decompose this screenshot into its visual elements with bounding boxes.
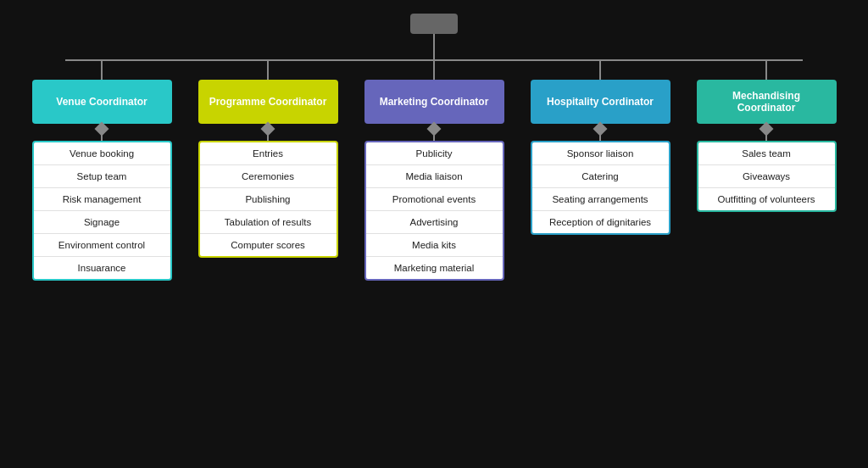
sub-item: Entries: [200, 142, 337, 165]
sub-item: Risk management: [34, 188, 170, 211]
sub-box-marketing: PublicityMedia liaisonPromotional events…: [364, 141, 504, 281]
sub-item: Computer scores: [200, 234, 337, 256]
vline-top-merchandising: [765, 61, 767, 80]
org-chart: Venue CoordinatorVenue bookingSetup team…: [6, 5, 862, 463]
vline-top-hospitality: [599, 61, 601, 80]
sub-item: Ceremonies: [200, 165, 337, 188]
sub-item: Signage: [34, 211, 170, 234]
connector-venue: [95, 122, 109, 136]
coord-box-merchandising: Mechandising Coordinator: [697, 80, 837, 124]
column-merchandising: Mechandising CoordinatorSales teamGiveaw…: [686, 61, 847, 212]
coord-box-marketing: Marketing Coordinator: [364, 80, 504, 124]
sub-item: Seating arrangements: [532, 188, 669, 211]
connector-hospitality: [593, 122, 608, 136]
sub-item: Media kits: [366, 234, 503, 257]
connector-programme: [261, 122, 275, 136]
sub-item: Reception of dignitaries: [532, 211, 669, 233]
root-node: [410, 14, 458, 34]
column-venue: Venue CoordinatorVenue bookingSetup team…: [21, 61, 182, 281]
sub-item: Venue booking: [34, 142, 170, 165]
vline-top-venue: [101, 61, 103, 80]
root-vline: [433, 34, 435, 59]
sub-item: Sponsor liaison: [532, 142, 669, 165]
sub-item: Insuarance: [34, 257, 170, 279]
vline-top-programme: [267, 61, 269, 80]
sub-item: Catering: [532, 165, 669, 188]
connector-merchandising: [760, 122, 774, 136]
sub-item: Promotional events: [366, 188, 503, 211]
level-row: Venue CoordinatorVenue bookingSetup team…: [6, 61, 862, 281]
sub-item: Advertising: [366, 211, 503, 234]
sub-item: Sales team: [698, 142, 835, 165]
coord-box-venue: Venue Coordinator: [32, 80, 172, 124]
sub-item: Tabulation of results: [200, 211, 337, 234]
sub-item: Media liaison: [366, 165, 503, 188]
vline-top-marketing: [433, 61, 435, 80]
column-marketing: Marketing CoordinatorPublicityMedia liai…: [353, 61, 515, 281]
sub-item: Marketing material: [366, 257, 503, 279]
column-programme: Programme CoordinatorEntriesCeremoniesPu…: [187, 61, 348, 258]
sub-item: Publicity: [366, 142, 503, 165]
sub-item: Giveaways: [698, 165, 835, 188]
sub-item: Setup team: [34, 165, 170, 188]
coord-box-programme: Programme Coordinator: [198, 80, 338, 124]
sub-box-programme: EntriesCeremoniesPublishingTabulation of…: [198, 141, 338, 258]
sub-item: Environment control: [34, 234, 170, 257]
sub-item: Outfitting of volunteers: [698, 188, 835, 210]
sub-box-venue: Venue bookingSetup teamRisk managementSi…: [32, 141, 172, 281]
connector-marketing: [427, 122, 442, 136]
coord-box-hospitality: Hospitality Cordinator: [531, 80, 670, 124]
sub-box-hospitality: Sponsor liaisonCateringSeating arrangeme…: [531, 141, 670, 235]
sub-box-merchandising: Sales teamGiveawaysOutfitting of volunte…: [697, 141, 837, 212]
column-hospitality: Hospitality CordinatorSponsor liaisonCat…: [520, 61, 681, 235]
sub-item: Publishing: [200, 188, 337, 211]
